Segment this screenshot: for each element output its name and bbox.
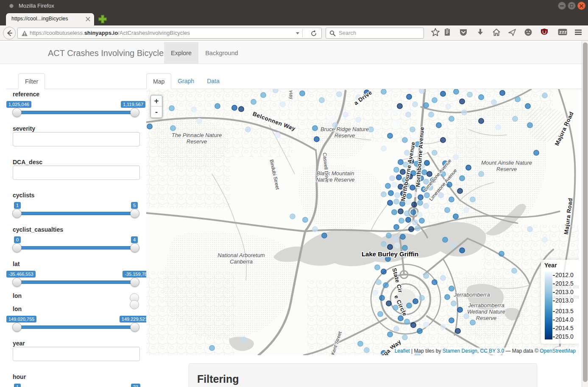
slider-handle-left[interactable] — [12, 322, 22, 332]
browser-toolbar: https://coolbutuseless.shinyapps.io/ActC… — [0, 25, 588, 41]
downloads-button[interactable] — [476, 28, 487, 39]
window-icon — [9, 4, 14, 8]
crash-dot — [314, 137, 319, 142]
slider-handle-right[interactable] — [130, 322, 139, 332]
scrollbar-thumb[interactable] — [583, 42, 588, 382]
tab-graph[interactable]: Graph — [171, 73, 201, 89]
slider-handle-left[interactable] — [12, 278, 22, 287]
crash-dot — [383, 283, 388, 288]
reading-list-button[interactable] — [443, 28, 454, 39]
crash-dot — [404, 319, 410, 324]
crash-dot — [406, 199, 411, 205]
slider-track-lon[interactable] — [17, 325, 135, 329]
leaflet-map[interactable]: Belconnen Waya DriveHayThe Pinnacle Natu… — [146, 89, 579, 355]
slider-handle-left[interactable] — [12, 243, 22, 252]
legend-entry: 2013.0 — [553, 297, 574, 304]
slider-handle-right[interactable] — [130, 243, 139, 252]
slider-handle-right[interactable] — [130, 108, 139, 117]
page-scrollbar[interactable] — [582, 41, 588, 387]
map-label: Reserve — [187, 138, 207, 145]
maximize-button[interactable] — [568, 2, 576, 10]
nav-item-background[interactable]: Background — [198, 42, 245, 64]
crash-dot — [419, 218, 424, 223]
crash-dot — [300, 91, 305, 96]
star-icon — [431, 28, 440, 37]
shield-icon — [540, 28, 549, 37]
slider-handle-right[interactable] — [130, 278, 139, 287]
new-tab-button[interactable] — [98, 14, 108, 24]
filter-area: reference1,025,0461,119,567severityDCA_d… — [6, 89, 146, 387]
browser-tab[interactable]: https://cool...ingBicycles — [6, 13, 95, 25]
crash-dot — [337, 92, 342, 97]
tab-close-icon[interactable] — [85, 17, 91, 22]
smiley-icon — [524, 28, 533, 37]
bookmark-star-button[interactable] — [431, 28, 442, 39]
home-button[interactable] — [492, 28, 503, 39]
clipboard-icon — [443, 28, 452, 37]
slider-to-badge: 149.229,521 — [120, 316, 146, 322]
reload-button[interactable] — [309, 29, 318, 38]
ublock-button[interactable] — [540, 28, 551, 39]
crash-dot — [513, 116, 518, 121]
snooze-tabs-button[interactable] — [557, 28, 568, 39]
slider-to-badge: 23 — [131, 384, 140, 387]
crash-dot — [464, 208, 469, 213]
attribution-text: — Map data © — [504, 348, 540, 354]
crash-dot — [275, 132, 280, 137]
url-bar[interactable]: https://coolbutuseless.shinyapps.io/ActC… — [17, 28, 322, 39]
zoom-out-button[interactable]: - — [151, 107, 162, 118]
crash-dot — [453, 214, 458, 219]
zoom-in-button[interactable]: + — [151, 95, 162, 107]
attribution-link[interactable]: CC BY 3.0 — [480, 348, 504, 354]
crash-dot — [312, 227, 318, 232]
crash-dot — [460, 176, 465, 181]
crash-dot — [409, 227, 414, 232]
send-tab-button[interactable] — [507, 28, 518, 39]
crash-dot — [388, 191, 393, 196]
crash-dot — [393, 236, 398, 241]
firefox-window: Mozilla Firefox https://cool...ingBicycl… — [0, 0, 588, 387]
nav-item-explore[interactable]: Explore — [164, 42, 198, 64]
crash-dot — [424, 322, 429, 327]
slider-to-badge: -35.159,789 — [123, 271, 146, 278]
main-tabbar: MapGraphData — [146, 73, 582, 89]
crash-dot — [376, 280, 381, 285]
crash-dot — [412, 202, 417, 207]
feedback-button[interactable] — [524, 28, 535, 39]
select-input-severity[interactable] — [13, 132, 140, 146]
slider-track-cyclists[interactable] — [17, 212, 135, 215]
crash-dot — [462, 110, 467, 115]
tab-data[interactable]: Data — [201, 73, 226, 89]
pocket-icon — [459, 28, 468, 37]
crash-dot — [424, 193, 429, 198]
minimize-button[interactable] — [558, 2, 566, 10]
site-security-warning-icon[interactable] — [21, 30, 28, 36]
crash-dot — [457, 307, 463, 312]
crash-dot — [440, 275, 446, 280]
search-bar[interactable]: Search — [326, 28, 424, 39]
select-input-year[interactable] — [13, 347, 140, 361]
slider-track-cyclist_casualties[interactable] — [17, 246, 135, 250]
attribution-link[interactable]: Stamen Design — [443, 348, 477, 354]
slider-track-lat[interactable] — [17, 280, 135, 284]
slider-handle-left[interactable] — [12, 108, 22, 117]
tab-map[interactable]: Map — [146, 73, 171, 89]
slider-handle-right[interactable] — [130, 209, 139, 218]
slider-handle-left[interactable] — [12, 209, 22, 218]
crash-dot — [373, 290, 378, 295]
ghost-lon-label: lon — [6, 292, 146, 299]
url-dropdown-caret[interactable] — [296, 32, 299, 34]
map-label: Wetland Nature — [467, 308, 505, 315]
crash-dot — [400, 234, 405, 239]
close-button[interactable] — [577, 2, 585, 10]
attribution-link[interactable]: Leaflet — [395, 348, 410, 354]
pocket-button[interactable] — [459, 28, 470, 39]
tab-filter[interactable]: Filter — [18, 73, 45, 89]
select-input-DCA_desc[interactable] — [13, 165, 140, 180]
attribution-link[interactable]: OpenStreetMap — [540, 348, 576, 354]
crash-dot — [410, 127, 415, 132]
slider-track-reference[interactable] — [17, 111, 135, 114]
back-button[interactable] — [3, 27, 16, 39]
menu-button[interactable] — [573, 28, 584, 39]
legend-title: Year — [544, 262, 557, 269]
